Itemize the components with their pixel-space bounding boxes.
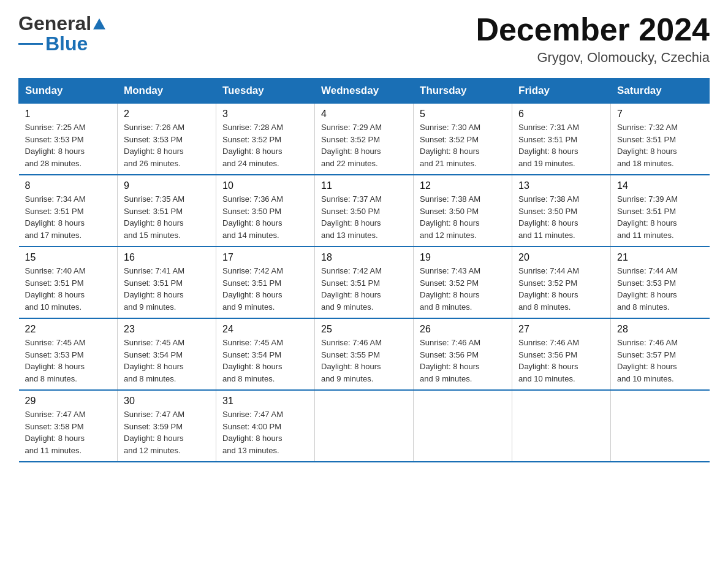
day-info: Sunrise: 7:47 AM Sunset: 3:58 PM Dayligh…: [25, 408, 112, 456]
day-info: Sunrise: 7:42 AM Sunset: 3:51 PM Dayligh…: [321, 265, 407, 313]
calendar-cell: 9 Sunrise: 7:35 AM Sunset: 3:51 PM Dayli…: [118, 175, 216, 247]
day-number: 11: [321, 180, 407, 191]
day-number: 15: [25, 252, 112, 263]
calendar-cell: 2 Sunrise: 7:26 AM Sunset: 3:53 PM Dayli…: [118, 104, 216, 175]
day-number: 21: [617, 252, 703, 263]
day-number: 12: [420, 180, 506, 191]
calendar-cell: 23 Sunrise: 7:45 AM Sunset: 3:54 PM Dayl…: [118, 318, 216, 390]
day-info: Sunrise: 7:29 AM Sunset: 3:52 PM Dayligh…: [321, 121, 407, 169]
calendar-cell: 17 Sunrise: 7:42 AM Sunset: 3:51 PM Dayl…: [216, 247, 315, 318]
day-info: Sunrise: 7:30 AM Sunset: 3:52 PM Dayligh…: [420, 121, 506, 169]
calendar-cell: 3 Sunrise: 7:28 AM Sunset: 3:52 PM Dayli…: [216, 104, 315, 175]
calendar-cell: [414, 390, 512, 462]
day-info: Sunrise: 7:38 AM Sunset: 3:50 PM Dayligh…: [420, 193, 506, 241]
day-number: 25: [321, 324, 407, 335]
calendar-cell: 22 Sunrise: 7:45 AM Sunset: 3:53 PM Dayl…: [19, 318, 118, 390]
calendar-header: Sunday Monday Tuesday Wednesday Thursday…: [19, 79, 710, 104]
calendar-body: 1 Sunrise: 7:25 AM Sunset: 3:53 PM Dayli…: [19, 104, 710, 462]
day-number: 13: [518, 180, 604, 191]
calendar-cell: [315, 390, 414, 462]
calendar-cell: 25 Sunrise: 7:46 AM Sunset: 3:55 PM Dayl…: [315, 318, 414, 390]
header-saturday: Saturday: [611, 79, 710, 104]
day-info: Sunrise: 7:46 AM Sunset: 3:55 PM Dayligh…: [321, 337, 407, 385]
logo-blue: Blue: [45, 33, 88, 55]
header-monday: Monday: [118, 79, 216, 104]
day-number: 27: [518, 324, 604, 335]
day-number: 24: [222, 324, 308, 335]
day-number: 17: [222, 252, 308, 263]
day-number: 23: [124, 324, 210, 335]
day-number: 1: [25, 109, 112, 120]
day-number: 8: [25, 180, 112, 191]
calendar-cell: 31 Sunrise: 7:47 AM Sunset: 4:00 PM Dayl…: [216, 390, 315, 462]
day-number: 26: [420, 324, 506, 335]
day-number: 2: [124, 109, 210, 120]
calendar-cell: 26 Sunrise: 7:46 AM Sunset: 3:56 PM Dayl…: [414, 318, 512, 390]
header-wednesday: Wednesday: [315, 79, 414, 104]
calendar-cell: 4 Sunrise: 7:29 AM Sunset: 3:52 PM Dayli…: [315, 104, 414, 175]
calendar-cell: 15 Sunrise: 7:40 AM Sunset: 3:51 PM Dayl…: [19, 247, 118, 318]
calendar-cell: 8 Sunrise: 7:34 AM Sunset: 3:51 PM Dayli…: [19, 175, 118, 247]
day-info: Sunrise: 7:39 AM Sunset: 3:51 PM Dayligh…: [617, 193, 703, 241]
day-info: Sunrise: 7:46 AM Sunset: 3:56 PM Dayligh…: [420, 337, 506, 385]
month-title: December 2024: [476, 12, 710, 47]
day-info: Sunrise: 7:32 AM Sunset: 3:51 PM Dayligh…: [617, 121, 703, 169]
calendar-cell: 7 Sunrise: 7:32 AM Sunset: 3:51 PM Dayli…: [611, 104, 710, 175]
calendar-cell: 24 Sunrise: 7:45 AM Sunset: 3:54 PM Dayl…: [216, 318, 315, 390]
day-info: Sunrise: 7:45 AM Sunset: 3:54 PM Dayligh…: [222, 337, 308, 385]
calendar-cell: 5 Sunrise: 7:30 AM Sunset: 3:52 PM Dayli…: [414, 104, 512, 175]
day-info: Sunrise: 7:41 AM Sunset: 3:51 PM Dayligh…: [124, 265, 210, 313]
day-number: 31: [222, 396, 308, 407]
day-info: Sunrise: 7:44 AM Sunset: 3:53 PM Dayligh…: [617, 265, 703, 313]
calendar-cell: 30 Sunrise: 7:47 AM Sunset: 3:59 PM Dayl…: [118, 390, 216, 462]
day-info: Sunrise: 7:46 AM Sunset: 3:56 PM Dayligh…: [518, 337, 604, 385]
day-info: Sunrise: 7:36 AM Sunset: 3:50 PM Dayligh…: [222, 193, 308, 241]
calendar-cell: 20 Sunrise: 7:44 AM Sunset: 3:52 PM Dayl…: [512, 247, 611, 318]
calendar-cell: 28 Sunrise: 7:46 AM Sunset: 3:57 PM Dayl…: [611, 318, 710, 390]
day-info: Sunrise: 7:26 AM Sunset: 3:53 PM Dayligh…: [124, 121, 210, 169]
day-number: 16: [124, 252, 210, 263]
day-number: 5: [420, 109, 506, 120]
day-info: Sunrise: 7:45 AM Sunset: 3:53 PM Dayligh…: [25, 337, 112, 385]
day-info: Sunrise: 7:28 AM Sunset: 3:52 PM Dayligh…: [222, 121, 308, 169]
day-info: Sunrise: 7:37 AM Sunset: 3:50 PM Dayligh…: [321, 193, 407, 241]
day-number: 14: [617, 180, 703, 191]
day-info: Sunrise: 7:44 AM Sunset: 3:52 PM Dayligh…: [518, 265, 604, 313]
day-info: Sunrise: 7:34 AM Sunset: 3:51 PM Dayligh…: [25, 193, 112, 241]
calendar-cell: 27 Sunrise: 7:46 AM Sunset: 3:56 PM Dayl…: [512, 318, 611, 390]
day-info: Sunrise: 7:43 AM Sunset: 3:52 PM Dayligh…: [420, 265, 506, 313]
calendar-cell: 12 Sunrise: 7:38 AM Sunset: 3:50 PM Dayl…: [414, 175, 512, 247]
day-info: Sunrise: 7:38 AM Sunset: 3:50 PM Dayligh…: [518, 193, 604, 241]
header-friday: Friday: [512, 79, 611, 104]
day-number: 22: [25, 324, 112, 335]
calendar-cell: 21 Sunrise: 7:44 AM Sunset: 3:53 PM Dayl…: [611, 247, 710, 318]
title-section: December 2024 Grygov, Olomoucky, Czechia: [476, 12, 710, 66]
day-number: 7: [617, 109, 703, 120]
calendar-table: Sunday Monday Tuesday Wednesday Thursday…: [18, 78, 710, 462]
calendar-cell: 11 Sunrise: 7:37 AM Sunset: 3:50 PM Dayl…: [315, 175, 414, 247]
calendar-cell: 14 Sunrise: 7:39 AM Sunset: 3:51 PM Dayl…: [611, 175, 710, 247]
location: Grygov, Olomoucky, Czechia: [476, 50, 710, 66]
day-number: 20: [518, 252, 604, 263]
day-info: Sunrise: 7:45 AM Sunset: 3:54 PM Dayligh…: [124, 337, 210, 385]
day-number: 29: [25, 396, 112, 407]
day-number: 28: [617, 324, 703, 335]
day-number: 18: [321, 252, 407, 263]
day-number: 30: [124, 396, 210, 407]
day-info: Sunrise: 7:40 AM Sunset: 3:51 PM Dayligh…: [25, 265, 112, 313]
calendar-cell: [512, 390, 611, 462]
calendar-cell: 13 Sunrise: 7:38 AM Sunset: 3:50 PM Dayl…: [512, 175, 611, 247]
svg-marker-0: [93, 18, 105, 29]
calendar-cell: 29 Sunrise: 7:47 AM Sunset: 3:58 PM Dayl…: [19, 390, 118, 462]
calendar-cell: 6 Sunrise: 7:31 AM Sunset: 3:51 PM Dayli…: [512, 104, 611, 175]
header-tuesday: Tuesday: [216, 79, 315, 104]
header-thursday: Thursday: [414, 79, 512, 104]
day-info: Sunrise: 7:47 AM Sunset: 4:00 PM Dayligh…: [222, 408, 308, 456]
calendar-cell: 19 Sunrise: 7:43 AM Sunset: 3:52 PM Dayl…: [414, 247, 512, 318]
day-info: Sunrise: 7:46 AM Sunset: 3:57 PM Dayligh…: [617, 337, 703, 385]
logo: General Blue: [18, 12, 107, 55]
calendar-cell: 16 Sunrise: 7:41 AM Sunset: 3:51 PM Dayl…: [118, 247, 216, 318]
logo-general: General: [18, 12, 91, 35]
calendar-cell: 18 Sunrise: 7:42 AM Sunset: 3:51 PM Dayl…: [315, 247, 414, 318]
day-number: 4: [321, 109, 407, 120]
